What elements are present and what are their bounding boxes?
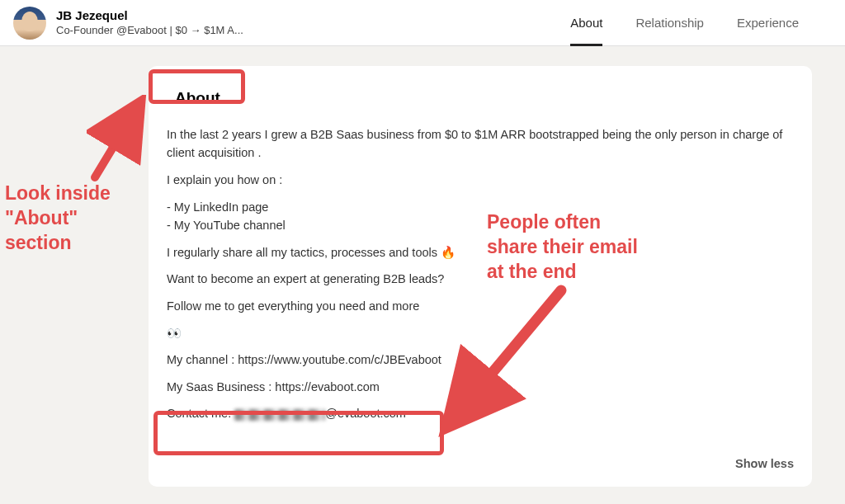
annotation-left: Look inside "About" section [5, 181, 111, 256]
about-line [167, 190, 794, 198]
about-line [167, 235, 794, 243]
profile-headline: Co-Founder @Evaboot | $0 → $1M A... [56, 24, 243, 38]
about-line [167, 396, 794, 404]
tab-about[interactable]: About [570, 0, 602, 45]
about-line: I regularly share all my tactics, proces… [167, 243, 794, 261]
avatar[interactable] [13, 7, 46, 40]
profile-name[interactable]: JB Jezequel [56, 7, 243, 24]
about-line: In the last 2 years I grew a B2B Saas bu… [167, 125, 794, 163]
profile-info: JB Jezequel Co-Founder @Evaboot | $0 → $… [56, 7, 243, 37]
about-contact-line: Contact me: @evaboot.com [167, 404, 794, 422]
about-line: - My LinkedIn page [167, 198, 794, 216]
contact-prefix: Contact me: [167, 407, 234, 420]
tab-label: Relationship [635, 16, 704, 30]
avatar-face [21, 12, 38, 31]
about-line: I explain you how on : [167, 171, 794, 189]
about-line: My channel : https://www.youtube.com/c/J… [167, 351, 794, 369]
about-line [167, 370, 794, 378]
about-line: My Saas Business : https://evaboot.com [167, 378, 794, 396]
about-line: - My YouTube channel [167, 216, 794, 234]
show-less-button[interactable]: Show less [735, 457, 794, 470]
profile-header: JB Jezequel Co-Founder @Evaboot | $0 → $… [0, 0, 845, 46]
about-line [167, 261, 794, 270]
about-line [167, 163, 794, 171]
about-line: 👀 [167, 324, 794, 342]
tab-experience[interactable]: Experience [737, 0, 799, 45]
contact-suffix: @evaboot.com [325, 407, 406, 420]
about-card: About In the last 2 years I grew a B2B S… [149, 66, 812, 487]
about-line [167, 342, 794, 351]
about-line: Follow me to get everything you need and… [167, 297, 794, 315]
tab-relationship[interactable]: Relationship [635, 0, 704, 45]
tab-label: Experience [737, 16, 799, 30]
about-title: About [167, 86, 229, 111]
about-line: Want to become an expert at generating B… [167, 270, 794, 288]
svg-line-1 [95, 106, 138, 177]
arrow-icon [87, 95, 153, 186]
tab-label: About [570, 16, 602, 30]
annotation-right: People often share their email at the en… [487, 210, 638, 285]
about-line [167, 289, 794, 297]
redacted-email-local [234, 409, 325, 421]
nav-tabs: About Relationship Experience [570, 0, 832, 45]
about-body: In the last 2 years I grew a B2B Saas bu… [167, 125, 794, 423]
about-line [167, 315, 794, 323]
